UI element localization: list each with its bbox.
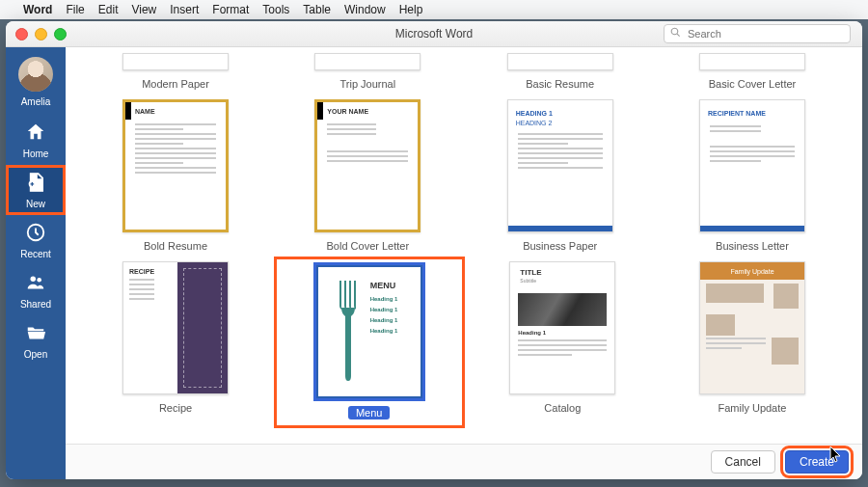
template-basic-resume[interactable]: Basic Resume: [474, 53, 647, 90]
sidebar-item-shared[interactable]: Shared: [6, 265, 66, 315]
sidebar: Amelia Home New Recent Shared Open: [6, 47, 66, 479]
template-catalog[interactable]: TITLE Subtitle Heading 1 Catalog: [475, 261, 649, 423]
avatar-label: Amelia: [21, 96, 51, 107]
template-bold-cover-letter[interactable]: YOUR NAME Bold Cover Letter: [281, 99, 454, 252]
app-menu[interactable]: Word: [23, 3, 52, 16]
menu-tools[interactable]: Tools: [262, 3, 289, 16]
template-thumbnail: RECIPIENT NAME: [699, 99, 805, 232]
thumb-text: Heading 1: [518, 330, 546, 336]
template-thumbnail: RECIPE: [122, 261, 229, 394]
template-label: Catalog: [544, 402, 581, 414]
menu-file[interactable]: File: [66, 3, 84, 16]
template-label: Bold Resume: [144, 240, 207, 252]
template-thumbnail: [122, 53, 229, 70]
template-thumbnail: [314, 53, 420, 70]
thumb-text: NAME: [135, 108, 155, 115]
home-icon: [25, 122, 46, 145]
template-recipe[interactable]: RECIPE Recipe: [89, 261, 262, 423]
template-label: Family Update: [719, 402, 787, 414]
sidebar-item-open[interactable]: Open: [6, 315, 66, 365]
template-label: Trip Journal: [339, 78, 395, 90]
thumb-text: Heading 1: [370, 307, 398, 312]
thumb-text: YOUR NAME: [327, 108, 368, 115]
template-thumbnail: Family Update: [699, 261, 805, 394]
sidebar-item-new[interactable]: New: [6, 165, 66, 215]
template-menu[interactable]: MENU Heading 1 Heading 1 Heading 1 Headi…: [279, 261, 460, 423]
template-thumbnail: HEADING 1 HEADING 2: [507, 99, 613, 232]
template-label: Basic Resume: [526, 78, 594, 90]
template-business-letter[interactable]: RECIPIENT NAME Business Letter: [665, 99, 839, 252]
template-thumbnail: TITLE Subtitle Heading 1: [509, 261, 615, 394]
menu-edit[interactable]: Edit: [98, 3, 119, 16]
menu-insert[interactable]: Insert: [170, 3, 199, 16]
create-button[interactable]: Create: [785, 450, 849, 473]
template-thumbnail: [507, 53, 613, 70]
thumb-text: Heading 1: [370, 317, 398, 323]
svg-point-2: [31, 276, 37, 282]
sidebar-item-label: Open: [24, 349, 47, 360]
template-label: Business Letter: [716, 240, 789, 252]
menu-help[interactable]: Help: [399, 3, 423, 16]
thumb-text: RECIPE: [129, 268, 172, 275]
search-field[interactable]: [664, 24, 851, 43]
template-label: Business Paper: [523, 240, 597, 252]
mac-menubar: Word File Edit View Insert Format Tools …: [0, 0, 868, 19]
template-label: Basic Cover Letter: [709, 78, 796, 90]
sidebar-item-home[interactable]: Home: [6, 115, 66, 165]
svg-point-3: [37, 277, 41, 282]
fork-icon: [334, 281, 363, 390]
window-titlebar: Microsoft Word: [6, 21, 862, 47]
template-chooser-window: Microsoft Word Amelia Home New Recent: [6, 21, 862, 479]
template-family-update[interactable]: Family Update Family Update: [665, 261, 839, 423]
thumb-text: Subtitle: [520, 278, 536, 284]
folder-open-icon: [25, 322, 46, 345]
template-thumbnail: NAME: [122, 99, 229, 232]
menu-window[interactable]: Window: [344, 3, 386, 16]
search-icon: [670, 27, 681, 41]
thumb-text: Heading 1: [370, 296, 398, 302]
template-business-paper[interactable]: HEADING 1 HEADING 2 Business Paper: [474, 99, 647, 252]
search-input[interactable]: [686, 27, 844, 41]
template-trip-journal[interactable]: Trip Journal: [281, 53, 454, 90]
thumb-text: HEADING 2: [516, 120, 553, 126]
sidebar-item-label: Home: [23, 149, 49, 159]
menu-table[interactable]: Table: [303, 3, 331, 16]
template-label: Menu: [348, 406, 391, 419]
template-modern-paper[interactable]: Modern Paper: [89, 53, 262, 90]
sidebar-item-recent[interactable]: Recent: [6, 215, 66, 265]
sidebar-item-label: New: [26, 199, 45, 209]
thumb-text: Heading 1: [370, 328, 398, 334]
template-gallery: Modern Paper Trip Journal Basic Resume B…: [66, 47, 862, 479]
menu-view[interactable]: View: [131, 3, 156, 16]
template-label: Bold Cover Letter: [327, 240, 410, 252]
template-bold-resume[interactable]: NAME Bold Resume: [89, 99, 262, 252]
template-label: Recipe: [159, 402, 192, 414]
template-label: Modern Paper: [142, 78, 209, 90]
template-thumbnail: MENU Heading 1 Heading 1 Heading 1 Headi…: [316, 265, 422, 398]
thumb-text: MENU: [370, 281, 398, 290]
cancel-button[interactable]: Cancel: [711, 450, 775, 473]
template-thumbnail: YOUR NAME: [314, 99, 420, 232]
thumb-text: Family Update: [700, 262, 804, 280]
new-document-icon: [25, 172, 46, 195]
template-basic-cover-letter[interactable]: Basic Cover Letter: [665, 53, 839, 90]
thumb-text: TITLE: [520, 268, 541, 277]
thumb-text: HEADING 1: [516, 110, 553, 117]
dialog-footer: Cancel Create: [66, 444, 862, 479]
clock-icon: [25, 222, 46, 245]
sidebar-item-label: Shared: [20, 299, 51, 310]
template-thumbnail: [699, 53, 805, 70]
avatar[interactable]: [18, 57, 53, 92]
people-icon: [25, 272, 46, 295]
menu-format[interactable]: Format: [212, 3, 249, 16]
thumb-text: RECIPIENT NAME: [708, 110, 766, 117]
sidebar-item-label: Recent: [20, 249, 51, 259]
